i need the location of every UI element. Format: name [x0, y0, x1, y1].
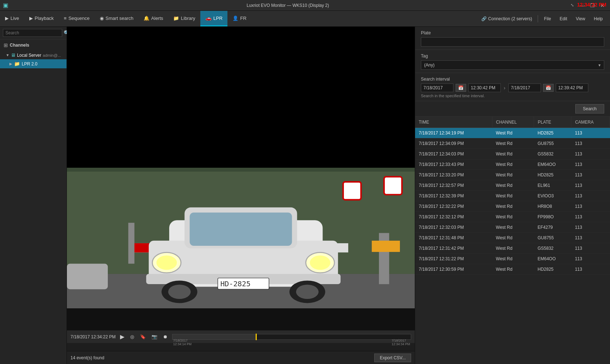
cell-plate: FP998O	[534, 212, 571, 222]
nav-divider-1	[538, 15, 538, 22]
sidebar-search-bar: 🔍	[0, 27, 67, 39]
table-row[interactable]: 7/18/2017 12:32:03 PMWest RdEF4279113	[415, 222, 610, 233]
table-row[interactable]: 7/18/2017 12:31:22 PMWest RdEM64OO113	[415, 254, 610, 264]
playback-icon: ▶	[29, 16, 33, 21]
nav-fr[interactable]: 👤 FR	[227, 11, 251, 26]
nav-lpr-label: LPR	[213, 16, 222, 21]
cell-channel: West Rd	[492, 180, 534, 191]
cell-time: 7/18/2017 12:34:03 PM	[415, 149, 492, 159]
search-lpr-button[interactable]: Search	[575, 104, 604, 114]
col-time: TIME	[415, 117, 492, 128]
export-csv-button[interactable]: Export CSV...	[374, 354, 411, 362]
file-menu[interactable]: File	[540, 15, 554, 23]
main-layout: 🔍 ⊞ Channels ▼ 🖥 Local Server admin@... …	[0, 27, 610, 364]
nav-sequence-label: Sequence	[68, 16, 90, 21]
edit-menu[interactable]: Edit	[556, 15, 571, 23]
folder-item-lpr[interactable]: ▶ 📁 LPR 2.0	[0, 59, 67, 68]
nav-smart-search[interactable]: ◉ Smart search	[95, 11, 138, 26]
nav-playback[interactable]: ▶ Playback	[24, 11, 59, 26]
connection-item[interactable]: 🔗 Connection (2 servers)	[478, 15, 536, 23]
cell-camera: 113	[571, 201, 610, 212]
cell-time: 7/18/2017 12:31:22 PM	[415, 254, 492, 264]
date-from-input[interactable]	[421, 83, 453, 92]
nav-right: 🔗 Connection (2 servers) File Edit View …	[478, 15, 610, 23]
cell-channel: West Rd	[492, 233, 534, 243]
cell-time: 7/18/2017 12:32:12 PM	[415, 212, 492, 222]
search-input[interactable]	[3, 29, 62, 37]
tag-select[interactable]: (Any)	[421, 60, 604, 70]
table-row[interactable]: 7/18/2017 12:34:03 PMWest RdGS5832113	[415, 149, 610, 159]
interval-row: 📅 › 📅	[421, 83, 604, 92]
table-row[interactable]: 7/18/2017 12:33:43 PMWest RdEM64OO113	[415, 159, 610, 170]
time-to-input[interactable]	[556, 83, 588, 92]
calendar-from-button[interactable]: 📅	[456, 84, 466, 92]
export-video-button[interactable]: ⏺	[162, 333, 169, 340]
nav-lpr[interactable]: 🚗 LPR	[200, 11, 227, 26]
nav-library[interactable]: 📁 Library	[168, 11, 200, 26]
footer-bar: 14 event(s) found Export CSV...	[67, 351, 415, 364]
events-found-label: 14 event(s) found	[71, 355, 371, 360]
table-row[interactable]: 7/18/2017 12:33:20 PMWest RdHD2825113	[415, 170, 610, 180]
calendar-to-button[interactable]: 📅	[543, 84, 554, 92]
date-to-input[interactable]	[508, 83, 541, 92]
cell-channel: West Rd	[492, 170, 534, 180]
cell-time: 7/18/2017 12:32:22 PM	[415, 201, 492, 212]
resize-button[interactable]: ⤡	[567, 1, 577, 10]
timeline-bar[interactable]: 7/18/201712:34:14 PM 7/18/201712:34:34 P…	[172, 334, 411, 340]
folder-name: LPR 2.0	[22, 61, 37, 67]
cell-camera: 113	[571, 170, 610, 180]
server-name: Local Server	[17, 53, 41, 58]
cell-time: 7/18/2017 12:32:57 PM	[415, 180, 492, 191]
tag-select-wrapper: (Any)	[421, 60, 604, 70]
video-controls: 7/18/2017 12:34:22 PM ▶ ◎ 🔖 📷 ⏺ 7/18/201…	[67, 330, 415, 343]
table-row[interactable]: 7/18/2017 12:32:12 PMWest RdFP998O113	[415, 212, 610, 222]
timeline-end-label: 7/18/201712:34:34 PM	[392, 339, 410, 346]
table-row[interactable]: 7/18/2017 12:34:09 PMWest RdGU8755113	[415, 138, 610, 149]
table-row[interactable]: 7/18/2017 12:34:19 PMWest RdHD2825113	[415, 128, 610, 138]
plate-input[interactable]	[421, 37, 604, 47]
video-column: 12:34:22 PM	[67, 27, 415, 364]
cell-camera: 113	[571, 264, 610, 275]
cell-camera: 113	[571, 222, 610, 233]
table-row[interactable]: 7/18/2017 12:31:42 PMWest RdGS5832113	[415, 243, 610, 254]
table-row[interactable]: 7/18/2017 12:32:57 PMWest RdEL961113	[415, 180, 610, 191]
table-row[interactable]: 7/18/2017 12:30:59 PMWest RdHD2825113	[415, 264, 610, 275]
table-row[interactable]: 7/18/2017 12:32:39 PMWest RdEVIOO3113	[415, 191, 610, 201]
results-table-body: 7/18/2017 12:34:19 PMWest RdHD28251137/1…	[415, 128, 610, 275]
camera-button[interactable]: 📷	[150, 333, 159, 340]
plate-label: Plate	[421, 30, 604, 35]
library-icon: 📁	[173, 16, 179, 21]
nav-alerts[interactable]: 🔔 Alerts	[138, 11, 168, 26]
nav-playback-label: Playback	[35, 16, 54, 21]
cell-channel: West Rd	[492, 191, 534, 201]
results-table-wrap[interactable]: TIME CHANNEL PLATE CAMERA 7/18/2017 12:3…	[415, 117, 610, 364]
table-row[interactable]: 7/18/2017 12:31:48 PMWest RdGU8755113	[415, 233, 610, 243]
col-plate: PLATE	[534, 117, 571, 128]
play-button[interactable]: ▶	[119, 333, 126, 341]
channels-icon: ⊞	[4, 42, 8, 48]
channels-header[interactable]: ⊞ Channels	[0, 39, 67, 51]
nav-sequence[interactable]: ≡ Sequence	[59, 11, 95, 26]
cell-plate: HD2825	[534, 264, 571, 275]
svg-text:HD-2825: HD-2825	[220, 279, 250, 288]
server-item[interactable]: ▼ 🖥 Local Server admin@...	[0, 51, 67, 59]
video-upper: 12:34:22 PM	[67, 27, 415, 168]
time-from-input[interactable]	[468, 83, 501, 92]
lpr-icon: 🚗	[205, 15, 212, 21]
cell-plate: GU8755	[534, 138, 571, 149]
cell-time: 7/18/2017 12:34:19 PM	[415, 128, 492, 138]
svg-point-22	[168, 284, 191, 299]
snapshot-button[interactable]: ◎	[129, 333, 136, 340]
nav-live[interactable]: ▶ Live	[0, 11, 24, 26]
nav-live-label: Live	[10, 16, 19, 21]
table-row[interactable]: 7/18/2017 12:32:22 PMWest RdHR8O8113	[415, 201, 610, 212]
video-area[interactable]: HD-2825	[67, 168, 415, 309]
server-icon: 🖥	[11, 52, 16, 58]
view-menu[interactable]: View	[572, 15, 589, 23]
folder-arrow: ▶	[9, 62, 12, 66]
cell-channel: West Rd	[492, 138, 534, 149]
nav-bar: ▶ Live ▶ Playback ≡ Sequence ◉ Smart sea…	[0, 11, 610, 27]
bookmark-button[interactable]: 🔖	[138, 333, 147, 340]
help-menu[interactable]: Help	[590, 15, 606, 23]
nav-library-label: Library	[181, 16, 195, 21]
